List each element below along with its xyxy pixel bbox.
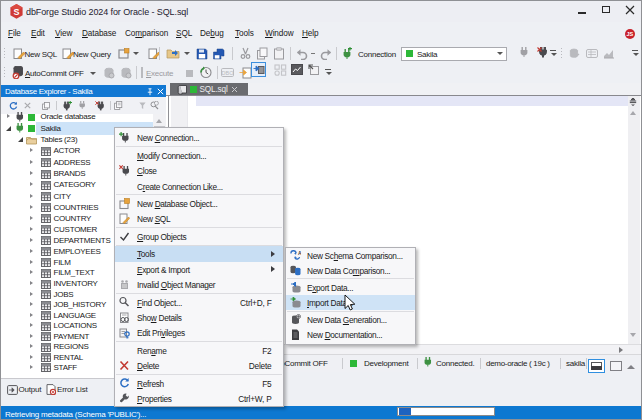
svg-text:DBO: DBO — [222, 70, 234, 76]
svg-text:S: S — [13, 7, 19, 17]
svg-text:A: A — [298, 250, 301, 256]
